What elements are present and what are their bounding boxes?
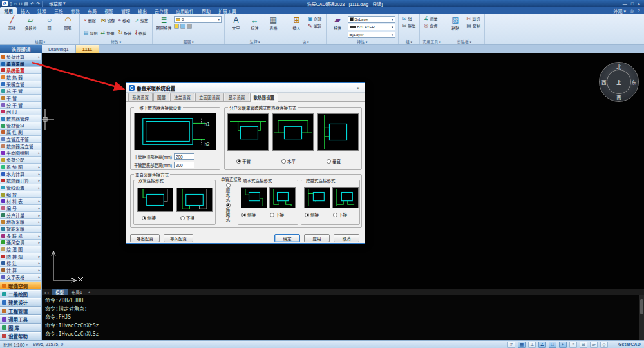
drawing-tab[interactable]: Drawing1 <box>42 45 76 53</box>
sidebar-item[interactable]: 计 算 ▸ <box>0 267 41 274</box>
ribbon-tab[interactable]: 布局 <box>84 7 100 14</box>
sidebar-item[interactable]: 编 号 ▸ <box>0 205 41 212</box>
dyn-input-toggle-icon[interactable]: ⊞ <box>580 342 587 348</box>
layer-properties-button[interactable]: ≣ 图层特性 <box>155 15 173 31</box>
ungroup-button[interactable]: ⊟ 解组 <box>401 23 417 28</box>
ribbon-group-label-block[interactable]: 块 ▾ <box>287 39 325 44</box>
sidebar-item[interactable]: 管线设置 ▸ <box>0 184 41 191</box>
minimize-button[interactable]: — <box>623 1 627 6</box>
save-icon[interactable]: ⊔ <box>19 1 22 6</box>
sidebar-item[interactable]: 分 干 管 ▸ <box>0 102 41 109</box>
radio-bypass-side[interactable]: 侧接 <box>305 211 319 218</box>
radio-double-bottom[interactable]: 下接 <box>180 215 194 221</box>
circle-button[interactable]: ○ 圆 <box>41 15 58 31</box>
ribbon-group-label-annotate[interactable]: 注释 ▾ <box>226 39 283 44</box>
ribbon-tab[interactable]: 三维 <box>50 7 67 14</box>
snap-toggle-icon[interactable]: # <box>507 342 515 348</box>
lineweight-combo[interactable]: ByLayer ▾ <box>348 32 395 38</box>
ribbon-group-label-draw[interactable]: 绘图 ▾ <box>2 39 78 44</box>
copy-clipboard-button[interactable]: ▤ 复制 <box>466 23 482 29</box>
layer-freeze-icon[interactable] <box>180 24 185 29</box>
sidebar-section-header[interactable]: 图 库 <box>0 324 41 332</box>
create-block-button[interactable]: ▣ 创建 <box>307 16 323 22</box>
top-distance-input[interactable] <box>174 153 194 160</box>
radio-sequential-side[interactable]: 侧接 <box>242 211 256 218</box>
help-icon[interactable]: ? <box>638 8 640 13</box>
rotate-button[interactable]: ↻ 旋转 <box>117 30 133 36</box>
sidebar-item[interactable]: 水力计算 ▸ <box>0 171 41 178</box>
appearance-menu[interactable]: 外观 ▾ <box>614 8 626 14</box>
ribbon-tab[interactable]: 输出 <box>134 7 151 14</box>
sidebar-item[interactable]: 通风空调 ▸ <box>0 240 41 247</box>
ribbon-tab[interactable]: 扩展工具 <box>214 7 240 14</box>
ribbon-tab[interactable]: 管理 <box>117 7 134 14</box>
sidebar-section-header[interactable]: 二维绘图 <box>0 290 41 298</box>
radio-vertical[interactable]: 垂直 <box>327 158 341 164</box>
sidebar-item[interactable]: 平面图绘制 ▸ <box>0 150 41 157</box>
open-file-icon[interactable]: ⌂ <box>14 1 17 6</box>
layer-combo[interactable]: 0 ▾ <box>174 16 222 23</box>
dialog-tab[interactable]: 图层 <box>153 93 169 101</box>
osnap-toggle-icon[interactable]: □ <box>549 342 556 348</box>
sidebar-item[interactable]: 管材管径 ▸ <box>0 122 41 130</box>
undo-icon[interactable]: ↶ <box>30 1 34 6</box>
sidebar-section-header[interactable]: 设置帮助 <box>0 332 41 340</box>
sidebar-item[interactable]: 负荷计算 ▸ <box>0 53 41 61</box>
ribbon-group-label-group[interactable]: 组 ▾ <box>400 39 419 44</box>
sidebar-item[interactable]: 材 料 表 ▸ <box>0 198 41 205</box>
import-config-button[interactable]: 导入配置 <box>164 234 193 242</box>
layout-tab[interactable]: 模型 <box>52 289 68 295</box>
sidebar-item[interactable]: 采暖立管 ▸ <box>0 81 41 88</box>
apply-button[interactable]: 应用 <box>304 234 330 242</box>
sidebar-item[interactable]: 系 统 图 ▸ <box>0 164 41 171</box>
sidebar-item[interactable]: 散 热 器 ▸ <box>0 74 41 81</box>
sidebar-item[interactable]: 多 联 机 ▸ <box>0 233 41 240</box>
trim-button[interactable]: ∤ 修剪 <box>133 30 149 36</box>
radio-sequential-mode[interactable]: 顺水式 <box>225 183 231 202</box>
compass-up[interactable]: 上 <box>616 79 621 86</box>
scale-selector[interactable]: 比例 1:100▾ <box>3 342 28 348</box>
linetype-combo[interactable]: BYLAYER ▾ <box>348 24 395 30</box>
dialog-tab[interactable]: 法兰设置 <box>170 93 194 101</box>
sidebar-item[interactable]: 阀 门 ▸ <box>0 109 41 116</box>
ribbon-group-label-utilities[interactable]: 实用工具 ▾ <box>421 39 442 44</box>
ribbon-tab[interactable]: 云存储 <box>151 7 172 14</box>
lineweight-toggle-icon[interactable]: ≡ <box>569 342 577 348</box>
dialog-close-icon[interactable]: × <box>354 85 362 91</box>
compass-south[interactable]: 南 <box>616 93 621 101</box>
dimension-button[interactable]: ↔ 标注 <box>246 15 263 31</box>
mirror-button[interactable]: ⋈ 镜像 <box>100 17 117 23</box>
move-button[interactable]: ⌖ 移动 <box>117 17 133 23</box>
scale-button[interactable]: ↗ 缩放 <box>133 17 149 23</box>
dialog-tab[interactable]: 显示设置 <box>225 93 249 101</box>
sidebar-item[interactable]: 文字表格 ▸ <box>0 274 41 281</box>
command-scrollbar[interactable] <box>639 295 644 340</box>
sidebar-item[interactable]: 焓 湿 图 ▸ <box>0 246 41 253</box>
workspace-selector[interactable]: 二维草图 ▾ <box>42 1 68 7</box>
sidebar-section-header[interactable]: 建筑设计 <box>0 298 41 307</box>
measure-button[interactable]: ∡ 测量 <box>422 15 439 21</box>
ribbon-tab[interactable]: 常用 <box>0 7 17 14</box>
radio-horizontal[interactable]: 水平 <box>281 158 296 164</box>
view-compass[interactable]: 北 南 西 东 上 <box>599 62 639 102</box>
radio-bypass-bottom[interactable]: 下接 <box>333 211 347 218</box>
radio-main-pipe[interactable]: 干管 <box>236 158 251 164</box>
grid-toggle-icon[interactable]: ▦ <box>518 342 526 348</box>
sidebar-section-header[interactable]: 通用工具 <box>0 315 41 324</box>
sidebar-item[interactable]: 分户计量 ▸ <box>0 212 41 219</box>
tab-scroll-left-icon[interactable]: ◂ <box>44 290 46 295</box>
scrollbar-thumb[interactable] <box>640 299 643 314</box>
layer-lock-icon[interactable] <box>187 24 192 29</box>
transparency-toggle-icon[interactable]: ▱ <box>590 342 598 348</box>
ribbon-tab[interactable]: 插入 <box>17 7 33 14</box>
new-file-icon[interactable]: ▯ <box>10 1 12 6</box>
group-button[interactable]: ⊡ 组 <box>401 15 413 21</box>
bottom-distance-input[interactable] <box>174 162 194 168</box>
sidebar-item[interactable]: 防 排 烟 ▸ <box>0 253 41 260</box>
layer-on-icon[interactable] <box>174 24 179 29</box>
sidebar-item[interactable]: 智能采暖 ▸ <box>0 226 41 233</box>
dialog-tab[interactable]: 立面图设置 <box>195 93 224 101</box>
ribbon-tab[interactable]: 视图 <box>100 7 117 14</box>
sidebar-item[interactable]: 散热器连立管 ▸ <box>0 143 41 150</box>
ribbon-group-label-layers[interactable]: 图层 ▾ <box>154 39 223 44</box>
